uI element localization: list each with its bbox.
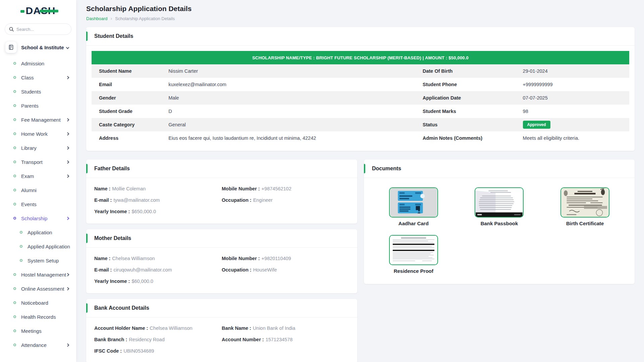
sidebar-item-alumni[interactable]: Alumni	[0, 183, 76, 197]
sidebar-item-events[interactable]: Events	[0, 197, 76, 211]
birth-certificate-image[interactable]	[560, 187, 609, 218]
document-label: Aadhar Card	[398, 221, 429, 226]
sidebar-item-exam[interactable]: Exam	[0, 169, 76, 183]
field-label: Student Phone	[415, 78, 523, 91]
document-birth-certificate[interactable]: Birth Certificate	[560, 187, 609, 226]
sidebar-section-school-institute[interactable]: School & Institute	[0, 38, 76, 56]
document-bank-passbook[interactable]: Bank Passbook	[475, 187, 524, 226]
sidebar-item-transport[interactable]: Transport	[0, 155, 76, 169]
main-content: Scholarship Application Details Dashboar…	[76, 0, 644, 362]
field-label: Name :	[94, 256, 110, 261]
sidebar-item-label: Hostel Management	[21, 272, 66, 278]
detail-field: Occupation :Engineer	[222, 197, 349, 203]
student-details-table-body: Student NameNissim CarterDate Of Birth29…	[92, 64, 629, 145]
student-details-card: Student Details SCHOLARSHIP NAME/TYPE : …	[86, 27, 635, 151]
residence-proof-image[interactable]	[389, 235, 438, 265]
chevron-right-icon	[66, 146, 69, 149]
bullet-icon	[20, 245, 22, 248]
student-details-body: SCHOLARSHIP NAME/TYPE : BRIGHT FUTURE SC…	[86, 46, 635, 151]
field-value: 1571234578	[266, 337, 293, 342]
sidebar-item-label: System Setup	[28, 258, 59, 263]
sidebar-item-parents[interactable]: Parents	[0, 99, 76, 113]
chevron-right-icon	[66, 273, 69, 276]
sidebar-item-label: Students	[21, 89, 41, 95]
field-value: Chelsea Williamson	[150, 325, 192, 331]
sidebar-item-label: Attendance	[21, 342, 47, 348]
search-icon	[9, 27, 14, 32]
sidebar-item-label: Parents	[21, 103, 39, 109]
sidebar-item-label: Alumni	[21, 187, 37, 193]
field-value: D	[168, 105, 415, 118]
document-residence-proof[interactable]: Residence Proof	[389, 235, 438, 274]
search-box	[5, 23, 71, 35]
field-label: Mobile Number :	[222, 256, 260, 261]
sidebar-item-health-records[interactable]: Health Records	[0, 310, 76, 324]
field-value: $60,000.0	[131, 279, 153, 284]
field-label: Yearly Income :	[94, 209, 130, 214]
table-row: Student GradeDStudent Marks98	[92, 105, 629, 118]
detail-field: Bank Branch :Residency Road	[94, 336, 222, 343]
sidebar-item-hostel-management[interactable]: Hostel Management	[0, 267, 76, 282]
search-input[interactable]	[16, 27, 75, 32]
logo-bar-icon	[40, 10, 58, 12]
field-label: Occupation :	[222, 267, 252, 273]
sidebar-item-noticeboard[interactable]: Noticeboard	[0, 296, 76, 310]
field-label: Gender	[92, 91, 168, 105]
detail-field: Bank Name :Union Bank of India	[222, 325, 349, 331]
sidebar-item-meetings[interactable]: Meetings	[0, 324, 76, 338]
sidebar-item-home-work[interactable]: Home Work	[0, 127, 76, 141]
detail-field: Yearly Income :$60,000.0	[94, 278, 222, 285]
field-label: Email	[92, 78, 168, 91]
field-value: $650,000.0	[131, 209, 156, 214]
bank-passbook-image[interactable]	[475, 187, 524, 218]
field-value: +9999999999	[523, 78, 629, 91]
sidebar-item-online-assessment[interactable]: Online Assessment	[0, 282, 76, 296]
field-value: Engineer	[253, 197, 273, 203]
sidebar-item-fee-management[interactable]: Fee Management	[0, 113, 76, 127]
status-badge: Approved	[523, 121, 550, 129]
field-value: Mollie Coleman	[112, 186, 146, 191]
sidebar-item-library[interactable]: Library	[0, 141, 76, 155]
detail-field: E-mail :tywa@mailinator.com	[94, 197, 222, 203]
sidebar-item-attendance[interactable]: Attendance	[0, 338, 76, 352]
table-row: AddressEius eos facere qui, Iusto laudan…	[92, 131, 629, 145]
detail-field: E-mail :ciruqowuh@mailinator.com	[94, 266, 222, 273]
bullet-icon	[13, 118, 16, 121]
sidebar-item-class[interactable]: Class	[0, 70, 76, 84]
bullet-icon	[13, 315, 16, 318]
sidebar-item-system-setup[interactable]: System Setup	[0, 253, 76, 267]
sidebar-item-label: Application	[28, 230, 52, 235]
field-label: Mobile Number :	[222, 186, 260, 191]
field-label: Account Holder Name :	[94, 325, 148, 331]
bullet-icon	[13, 189, 16, 191]
aadhar-card-image[interactable]	[389, 187, 438, 218]
table-row: GenderMaleApplication Date07-07-2025	[92, 91, 629, 105]
breadcrumb-dashboard-link[interactable]: Dashboard	[86, 16, 108, 21]
bullet-icon	[13, 329, 16, 332]
sidebar-item-students[interactable]: Students	[0, 84, 76, 99]
bullet-icon	[20, 231, 22, 234]
breadcrumb-separator-icon: ›	[111, 16, 112, 21]
sidebar: DASH School & Institute AdmissionClassSt…	[0, 0, 76, 362]
field-value: Residency Road	[129, 337, 164, 342]
document-aadhar-card[interactable]: Aadhar Card	[389, 187, 438, 226]
sidebar-item-scholarship[interactable]: Scholarship	[0, 211, 76, 225]
detail-field: Name :Mollie Coleman	[94, 185, 222, 192]
sidebar-item-admission[interactable]: Admission	[0, 56, 76, 70]
field-label: Caste Category	[92, 118, 168, 131]
sidebar-item-label: Applied Application	[28, 244, 70, 249]
brand-logo[interactable]: DASH	[0, 0, 76, 21]
bullet-icon	[13, 132, 16, 135]
sidebar-item-application[interactable]: Application	[0, 225, 76, 239]
field-label: Bank Name :	[222, 325, 251, 331]
bullet-icon	[13, 90, 16, 93]
detail-field: Mobile Number :+9820110409	[222, 255, 349, 262]
sidebar-item-label: Class	[21, 75, 34, 80]
chevron-right-icon	[66, 217, 69, 220]
sidebar-item-applied-application[interactable]: Applied Application	[0, 239, 76, 253]
bullet-icon	[13, 104, 16, 107]
field-label: Admin Notes (Comments)	[415, 131, 523, 145]
bullet-icon	[20, 259, 22, 262]
field-value: kuxelexez@mailinator.com	[168, 78, 415, 91]
document-label: Residence Proof	[394, 268, 433, 274]
